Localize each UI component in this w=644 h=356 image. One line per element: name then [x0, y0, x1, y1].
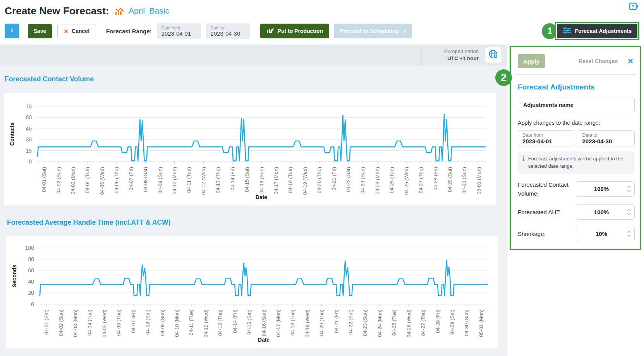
x-tick-label: 04-12 (Wed) — [201, 167, 206, 195]
aht-chart-card: 02040608010004-01 (Sat)04-02 (Sun)04-03 … — [6, 236, 498, 348]
spinner-down-icon[interactable] — [627, 213, 631, 215]
y-tick-label: 45 — [26, 126, 32, 132]
x-tick-label: 04-16 (Sun) — [259, 167, 264, 194]
aht-value: 100% — [576, 209, 627, 215]
page-header: Create New Forecast: April_Basic ? — [0, 0, 644, 22]
y-tick-label: 40 — [28, 279, 34, 285]
globe-clock-icon — [488, 49, 498, 61]
x-tick-label: 04-01 (Sat) — [43, 310, 49, 335]
toolbar: ‹ Save × Cancel Forecast Range: Date fro… — [0, 22, 644, 40]
panel-date-from-field[interactable]: Date from 2023-04-01 — [518, 130, 575, 146]
aht-spinner[interactable]: 100% — [576, 204, 635, 220]
charts-area: Forecasted Contact Volume 0153045607504-… — [0, 65, 507, 356]
spinner-up-icon[interactable] — [627, 186, 631, 188]
y-tick-label: 100 — [25, 245, 34, 251]
x-tick-label: 04-28 (Fri) — [435, 310, 441, 333]
y-tick-label: 0 — [29, 158, 32, 165]
spinner-up-icon[interactable] — [627, 230, 631, 233]
x-tick-label: 04-19 (Wed) — [302, 167, 308, 195]
put-to-production-button[interactable]: Put to Production — [260, 24, 329, 38]
info-note: i Forecast adjustments will be applied t… — [518, 151, 635, 174]
contact-volume-adjust-label: Forecasted Contact Volume: — [518, 180, 576, 198]
shrinkage-value: 10% — [576, 230, 627, 237]
y-tick-label: 75 — [26, 103, 32, 110]
x-tick-label: 04-29 (Sat) — [447, 167, 453, 192]
contact-volume-chart: 0153045607504-01 (Sat)04-02 (Sun)04-03 (… — [4, 93, 496, 205]
x-tick-label: 04-13 (Thu) — [215, 167, 221, 193]
timezone-region: Europe/London — [444, 48, 479, 55]
forecast-name: April_Basic — [129, 6, 169, 15]
x-axis-title: Date — [258, 337, 270, 343]
x-tick-label: 04-03 (Mon) — [72, 310, 78, 337]
panel-controls: Apply Reset Changes × — [518, 54, 635, 68]
date-range-caption: Apply changes to the date range: — [518, 120, 635, 126]
x-tick-label: 04-06 (Thu) — [116, 310, 122, 336]
date-from-label: Date from — [522, 132, 570, 138]
panel-date-to-field[interactable]: Date to 2023-04-30 — [578, 130, 635, 146]
y-tick-label: 20 — [28, 290, 34, 296]
contact-volume-spinner[interactable]: 100% — [576, 181, 635, 197]
x-tick-label: 04-05 (Wed) — [101, 310, 107, 337]
divider — [515, 74, 636, 75]
y-tick-label: 60 — [26, 114, 32, 120]
help-button[interactable]: ? — [625, 0, 642, 14]
contact-volume-adjust-row: Forecasted Contact Volume: 100% — [518, 180, 635, 198]
aht-adjust-label: Forecasted AHT: — [518, 208, 576, 217]
x-tick-label: 04-14 (Fri) — [232, 310, 238, 333]
forecast-line — [38, 114, 485, 161]
x-tick-label: 04-16 (Sun) — [261, 310, 267, 336]
y-tick-label: 30 — [26, 136, 32, 143]
x-tick-label: 04-02 (Sun) — [56, 167, 62, 194]
x-tick-label: 04-12 (Wed) — [203, 310, 209, 337]
x-tick-label: 04-20 (Thu) — [319, 310, 325, 336]
y-tick-label: 15 — [26, 148, 32, 154]
y-tick-label: 60 — [28, 267, 34, 273]
timezone-offset: UTC +1 hour — [444, 55, 479, 62]
timezone-globe-button[interactable] — [485, 47, 501, 63]
contact-volume-value: 100% — [576, 186, 627, 192]
panel-title: Forecast Adjustments — [518, 83, 635, 91]
back-button[interactable]: ‹ — [5, 24, 19, 38]
forecast-adjustments-button[interactable]: Forecast Adjustments — [557, 24, 637, 38]
x-tick-label: 04-09 (Sun) — [160, 310, 165, 336]
spinner-arrows — [627, 209, 631, 215]
x-tick-label: 04-08 (Sat) — [145, 310, 151, 335]
chevron-right-icon: › — [404, 27, 406, 35]
cancel-button[interactable]: × Cancel — [57, 24, 96, 38]
x-tick-label: 04-11 (Tue) — [188, 310, 194, 335]
x-tick-label: 04-10 (Mon) — [174, 310, 180, 337]
close-panel-icon[interactable]: × — [628, 57, 633, 66]
proceed-to-scheduling-button[interactable]: Proceed to Scheduling › — [334, 24, 412, 38]
x-tick-label: 04-23 (Sun) — [360, 167, 366, 194]
x-tick-label: 04-01 (Sat) — [41, 167, 47, 192]
shrinkage-spinner[interactable]: 10% — [576, 226, 635, 241]
adjustments-name-input[interactable]: Adjustments name — [518, 98, 635, 112]
aht-chart: 02040608010004-01 (Sat)04-02 (Sun)04-03 … — [6, 236, 498, 348]
divider — [421, 45, 422, 65]
timezone-info: Europe/London UTC +1 hour — [444, 48, 479, 62]
x-tick-label: 04-27 (Thu) — [418, 167, 424, 193]
cancel-label: Cancel — [72, 28, 89, 34]
save-button[interactable]: Save — [28, 24, 52, 38]
x-tick-label: 04-13 (Thu) — [217, 310, 223, 336]
reset-changes-link[interactable]: Reset Changes — [579, 58, 618, 64]
apply-button[interactable]: Apply — [518, 54, 545, 68]
x-tick-label: 04-04 (Tue) — [87, 310, 93, 335]
x-tick-label: 05-01 (Mon) — [476, 167, 482, 194]
x-tick-label: 04-25 (Tue) — [391, 310, 397, 335]
x-tick-label: 04-27 (Thu) — [420, 310, 426, 336]
x-tick-label: 04-15 (Sat) — [246, 310, 252, 335]
toolbar-right-group: 1 Forecast Adjustments — [542, 22, 639, 40]
x-tick-label: 04-05 (Wed) — [99, 167, 105, 195]
spinner-down-icon[interactable] — [627, 234, 631, 237]
spinner-down-icon[interactable] — [627, 189, 631, 192]
toolbar-date-from-field[interactable]: Date from 2023-04-01 — [157, 23, 201, 39]
svg-text:?: ? — [631, 4, 634, 9]
toolbar-date-to-field[interactable]: Date to 2023-04-30 — [206, 23, 250, 39]
forecast-range-label: Forecast Range: — [106, 28, 152, 34]
aht-chart-title: Forecasted Average Handle Time (incl.ATT… — [7, 218, 507, 227]
date-to-value: 2023-04-30 — [211, 30, 246, 37]
back-chevron-icon: ‹ — [10, 25, 13, 35]
spinner-up-icon[interactable] — [627, 209, 631, 212]
x-tick-label: 04-15 (Sat) — [244, 167, 250, 192]
